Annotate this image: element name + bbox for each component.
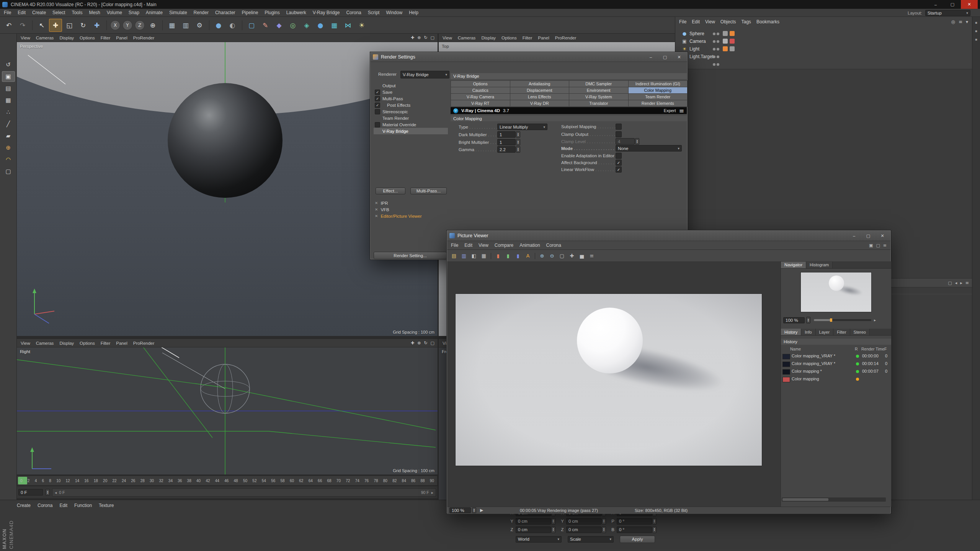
tree-checkbox[interactable]	[375, 109, 380, 114]
viewport-pan-icon[interactable]: ✚	[411, 35, 414, 40]
rotation-field[interactable]: 0 °	[617, 518, 652, 525]
frame-stepper[interactable]	[46, 489, 50, 496]
vray-tab[interactable]: Render Elements	[629, 100, 688, 106]
field-stepper[interactable]	[516, 146, 520, 153]
display-icon[interactable]: ▢	[245, 19, 258, 32]
toolbar-separator[interactable]	[240, 19, 244, 32]
sidebar-tab[interactable]: Navigator	[781, 262, 806, 268]
menu-item[interactable]: Tools	[72, 10, 82, 15]
pv-tab-icon[interactable]: ▣	[869, 243, 873, 248]
viewport-menu-item[interactable]: View	[21, 36, 30, 40]
pv-menu-item[interactable]: Edit	[464, 243, 472, 248]
viewport-zoom-icon[interactable]: ⊕	[417, 341, 421, 346]
lock-workplane-icon[interactable]: ▢	[2, 166, 15, 177]
effect-button[interactable]: Effect...	[376, 187, 405, 194]
field-stepper[interactable]	[551, 527, 555, 533]
zoom-field[interactable]: 100 %	[783, 317, 805, 323]
pv-zoom-in-icon[interactable]: ⊕	[537, 252, 547, 260]
render-settings-tree-item[interactable]: Material Override	[374, 121, 448, 128]
attribute-menu-icon[interactable]: ≡	[965, 280, 969, 285]
pv-float-icon[interactable]: ▢	[876, 243, 880, 248]
maximize-button[interactable]: ▢	[659, 54, 671, 61]
close-button[interactable]: ✕	[877, 232, 888, 240]
menu-item[interactable]: Select	[52, 10, 65, 15]
sidebar-tab[interactable]: History	[781, 329, 801, 335]
pv-menu-item[interactable]: File	[451, 243, 458, 248]
viewport-rotate-icon[interactable]: ↻	[424, 341, 427, 346]
maximize-button[interactable]: ▢	[862, 232, 874, 240]
render-picture-viewer-icon[interactable]: ▥	[179, 19, 192, 32]
polygons-mode-icon[interactable]: ▰	[2, 130, 15, 141]
toolbar-separator[interactable]	[160, 19, 165, 32]
field-stepper[interactable]	[602, 518, 606, 525]
vray-tab[interactable]: Displacement	[510, 87, 569, 93]
make-editable-icon[interactable]: ↺	[2, 59, 15, 70]
sidebar-tab[interactable]: Info	[801, 329, 815, 335]
tree-checkbox[interactable]	[375, 96, 380, 101]
array-icon[interactable]: ▦	[328, 19, 341, 32]
menu-item[interactable]: Pipeline	[242, 10, 258, 15]
viewport-menu-item[interactable]: View	[443, 36, 452, 40]
object-menu-item[interactable]: Tags	[742, 19, 751, 24]
pv-menu-icon[interactable]: ≡	[883, 243, 887, 248]
material-menu-item[interactable]: Edit	[59, 503, 67, 508]
field-stepper[interactable]	[602, 527, 606, 533]
viewport-menu-item[interactable]: Display	[481, 36, 496, 40]
simulate-icon[interactable]: ◎	[286, 19, 299, 32]
zoom-slider-thumb[interactable]	[830, 318, 832, 322]
gamma-field[interactable]: 2.2	[497, 146, 516, 153]
render-settings-tree-item[interactable]: Post Effects	[374, 102, 448, 108]
scale-tool-icon[interactable]: ◱	[63, 19, 76, 32]
vray-tab[interactable]: Lens Effects	[510, 94, 569, 100]
status-zoom-field[interactable]: 100 %	[449, 507, 471, 513]
sidebar-tab[interactable]: Histogram	[806, 262, 833, 268]
menu-item[interactable]: Simulate	[169, 10, 187, 15]
current-frame-field[interactable]: 0 F	[18, 489, 43, 496]
render-view-icon[interactable]: ▦	[165, 19, 178, 32]
field-stepper[interactable]	[516, 139, 520, 145]
dock-tab-icon[interactable]: ▪	[975, 29, 977, 33]
visibility-dots[interactable]	[713, 33, 719, 35]
render-settings-tree-item[interactable]: Stereoscopic	[374, 108, 448, 115]
render-setting-button[interactable]: Render Setting...	[374, 252, 447, 259]
menu-item[interactable]: Corona	[346, 10, 361, 15]
viewport-menu-item[interactable]: Panel	[538, 36, 549, 40]
vray-tab[interactable]: V-Ray DR	[510, 100, 569, 106]
render-output-mode[interactable]: ✕ Editor/Picture Viewer	[374, 213, 448, 219]
menu-item[interactable]: Character	[215, 10, 235, 15]
visibility-dots[interactable]	[713, 55, 719, 58]
navigator-thumbnail[interactable]	[801, 272, 871, 312]
visibility-dots[interactable]	[713, 40, 719, 43]
position-field[interactable]: 0 cm	[516, 518, 551, 525]
field-stepper[interactable]	[516, 131, 520, 138]
field-stepper[interactable]	[551, 518, 555, 525]
app-maximize-button[interactable]: ▢	[944, 0, 961, 9]
viewport-menu-item[interactable]: ProRender	[555, 36, 577, 40]
viewport-menu-item[interactable]: Panel	[116, 36, 127, 40]
object-row[interactable]: ● Sphere	[675, 30, 972, 37]
viewport-menu-item[interactable]: Filter	[523, 36, 532, 40]
viewport-menu-item[interactable]: Filter	[101, 36, 111, 40]
tree-checkbox[interactable]	[375, 103, 380, 108]
viewport-maximize-icon[interactable]: ▢	[431, 35, 434, 40]
visibility-dots[interactable]	[713, 63, 719, 66]
status-zoom-stepper[interactable]	[472, 507, 476, 513]
coordinate-system-icon[interactable]: ⊕	[146, 19, 159, 32]
pv-channel-blue-icon[interactable]: ▮	[513, 252, 523, 260]
snap-icon[interactable]: ◠	[2, 154, 15, 165]
live-selection-icon[interactable]: ↖	[35, 19, 48, 32]
bright-multiplier-field[interactable]: 1	[497, 139, 516, 145]
render-settings-tree-item[interactable]: Team Render	[374, 115, 448, 121]
menu-item[interactable]: V-Ray Bridge	[313, 10, 340, 15]
sidebar-tab[interactable]: Stereo	[850, 329, 870, 335]
history-row[interactable]: Color mapping * 00:00:07 0	[781, 368, 891, 375]
history-row[interactable]: Color mapping_VRAY * 00:00:14 0	[781, 360, 891, 368]
pv-compare-icon[interactable]: ◧	[469, 252, 479, 260]
image-canvas[interactable]	[447, 261, 781, 507]
dark-multiplier-field[interactable]: 1	[497, 131, 516, 138]
vray-tab[interactable]: Translator	[569, 100, 628, 106]
subpixel-mapping-checkbox[interactable]	[616, 124, 622, 130]
sphere-object[interactable]	[168, 83, 283, 198]
play-button[interactable]: ▶	[480, 508, 483, 513]
linear-workflow-checkbox[interactable]	[616, 166, 622, 173]
